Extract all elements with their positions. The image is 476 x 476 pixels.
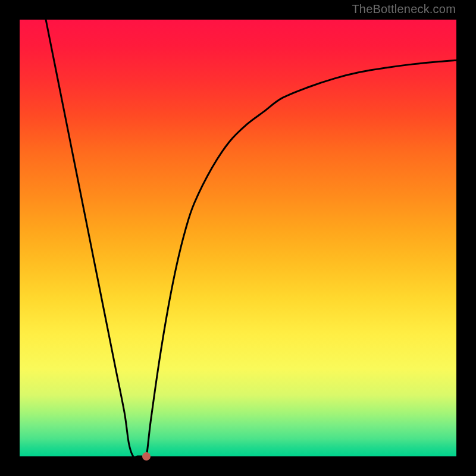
- plot-area: [20, 20, 456, 456]
- optimal-point-marker: [142, 452, 151, 461]
- chart-frame: TheBottleneck.com: [0, 0, 476, 476]
- watermark-text: TheBottleneck.com: [352, 2, 456, 16]
- bottleneck-curve: [20, 20, 456, 456]
